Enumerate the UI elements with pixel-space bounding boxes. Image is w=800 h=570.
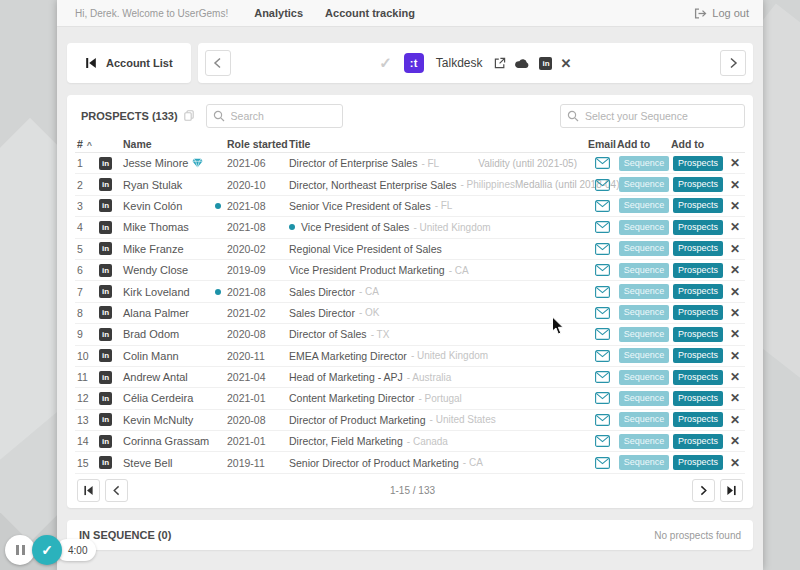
remove-prospect-icon[interactable]: ✕ (725, 263, 745, 277)
finish-recording-button[interactable]: ✓ (32, 535, 62, 565)
table-row: 13 in Kevin McNulty 2020-08 Director of … (75, 410, 745, 431)
linkedin-icon[interactable]: in (99, 306, 123, 319)
linkedin-icon[interactable]: in (99, 456, 123, 469)
previous-page-button[interactable] (105, 479, 128, 502)
add-to-sequence-button[interactable]: Sequence (619, 198, 669, 213)
linkedin-icon[interactable]: in (99, 413, 123, 426)
tab-account-tracking[interactable]: Account tracking (325, 7, 415, 19)
linkedin-icon[interactable]: in (99, 435, 123, 448)
add-to-prospects-button[interactable]: Prospects (673, 305, 723, 320)
linkedin-icon[interactable]: in (99, 285, 123, 298)
email-icon[interactable] (587, 264, 617, 276)
linkedin-icon[interactable]: in (99, 242, 123, 255)
account-done-check-icon[interactable]: ✓ (379, 54, 392, 72)
add-to-sequence-button[interactable]: Sequence (619, 434, 669, 449)
remove-prospect-icon[interactable]: ✕ (725, 306, 745, 320)
email-icon[interactable] (587, 350, 617, 362)
add-to-sequence-button[interactable]: Sequence (619, 348, 669, 363)
add-to-sequence-button[interactable]: Sequence (619, 455, 669, 470)
email-icon[interactable] (587, 414, 617, 426)
add-to-prospects-button[interactable]: Prospects (673, 156, 723, 171)
linkedin-icon[interactable]: in (99, 349, 123, 362)
salesforce-cloud-icon[interactable] (514, 57, 531, 69)
email-icon[interactable] (587, 243, 617, 255)
email-icon[interactable] (587, 200, 617, 212)
email-icon[interactable] (587, 435, 617, 447)
linkedin-icon[interactable]: in (99, 221, 123, 234)
email-icon[interactable] (587, 157, 617, 169)
remove-prospect-icon[interactable]: ✕ (725, 178, 745, 192)
last-page-button[interactable] (720, 479, 743, 502)
copy-icon[interactable] (184, 107, 194, 125)
add-to-sequence-button[interactable]: Sequence (619, 241, 669, 256)
next-page-button[interactable] (692, 479, 715, 502)
email-icon[interactable] (587, 179, 617, 191)
linkedin-icon[interactable]: in (99, 392, 123, 405)
remove-prospect-icon[interactable]: ✕ (725, 434, 745, 448)
add-to-sequence-button[interactable]: Sequence (619, 177, 669, 192)
add-to-sequence-button[interactable]: Sequence (619, 327, 669, 342)
add-to-sequence-button[interactable]: Sequence (619, 220, 669, 235)
tab-analytics[interactable]: Analytics (254, 7, 303, 19)
linkedin-icon[interactable]: in (99, 264, 123, 277)
add-to-prospects-button[interactable]: Prospects (673, 284, 723, 299)
email-icon[interactable] (587, 457, 617, 469)
close-account-icon[interactable]: ✕ (560, 56, 571, 71)
external-link-icon[interactable] (494, 57, 506, 69)
remove-prospect-icon[interactable]: ✕ (725, 370, 745, 384)
remove-prospect-icon[interactable]: ✕ (725, 242, 745, 256)
email-icon[interactable] (587, 221, 617, 233)
add-to-sequence-button[interactable]: Sequence (619, 284, 669, 299)
remove-prospect-icon[interactable]: ✕ (725, 456, 745, 470)
add-to-sequence-button[interactable]: Sequence (619, 412, 669, 427)
email-icon[interactable] (587, 328, 617, 340)
account-list-button[interactable]: Account List (67, 43, 191, 83)
remove-prospect-icon[interactable]: ✕ (725, 156, 745, 170)
email-icon[interactable] (587, 307, 617, 319)
email-icon[interactable] (587, 392, 617, 404)
add-to-prospects-button[interactable]: Prospects (673, 241, 723, 256)
email-icon[interactable] (587, 286, 617, 298)
remove-prospect-icon[interactable]: ✕ (725, 199, 745, 213)
add-to-prospects-button[interactable]: Prospects (673, 177, 723, 192)
role-started-date: 2020-08 (227, 414, 289, 426)
linkedin-icon[interactable]: in (99, 178, 123, 191)
remove-prospect-icon[interactable]: ✕ (725, 285, 745, 299)
add-to-prospects-button[interactable]: Prospects (673, 348, 723, 363)
next-account-button[interactable] (720, 50, 746, 76)
add-to-prospects-button[interactable]: Prospects (673, 455, 723, 470)
sequence-select-input[interactable] (560, 104, 745, 128)
add-to-sequence-button[interactable]: Sequence (619, 156, 669, 171)
add-to-sequence-button[interactable]: Sequence (619, 391, 669, 406)
email-icon[interactable] (587, 371, 617, 383)
add-to-sequence-button[interactable]: Sequence (619, 263, 669, 278)
previous-account-button[interactable] (205, 50, 231, 76)
remove-prospect-icon[interactable]: ✕ (725, 413, 745, 427)
add-to-sequence-button[interactable]: Sequence (619, 305, 669, 320)
add-to-prospects-button[interactable]: Prospects (673, 370, 723, 385)
add-to-prospects-button[interactable]: Prospects (673, 412, 723, 427)
search-input[interactable] (206, 104, 343, 128)
logout-button[interactable]: Log out (694, 7, 749, 19)
remove-prospect-icon[interactable]: ✕ (725, 391, 745, 405)
column-number-sort[interactable]: #^ (75, 138, 99, 150)
prospects-table-body: 1 in Jesse Minore 2021-06 Director of En… (75, 153, 745, 474)
add-to-prospects-button[interactable]: Prospects (673, 198, 723, 213)
remove-prospect-icon[interactable]: ✕ (725, 349, 745, 363)
linkedin-icon[interactable]: in (99, 157, 123, 170)
linkedin-icon[interactable]: in (99, 328, 123, 341)
add-to-sequence-button[interactable]: Sequence (619, 370, 669, 385)
remove-prospect-icon[interactable]: ✕ (725, 327, 745, 341)
remove-prospect-icon[interactable]: ✕ (725, 220, 745, 234)
add-to-prospects-button[interactable]: Prospects (673, 220, 723, 235)
add-to-prospects-button[interactable]: Prospects (673, 263, 723, 278)
linkedin-icon[interactable]: in (99, 199, 123, 212)
prospect-location: - FL (435, 200, 453, 211)
add-to-prospects-button[interactable]: Prospects (673, 327, 723, 342)
add-to-prospects-button[interactable]: Prospects (673, 391, 723, 406)
linkedin-icon[interactable]: in (99, 371, 123, 384)
add-to-prospects-button[interactable]: Prospects (673, 434, 723, 449)
pause-button[interactable] (5, 535, 35, 565)
first-page-button[interactable] (77, 479, 100, 502)
linkedin-icon[interactable]: in (539, 57, 552, 70)
